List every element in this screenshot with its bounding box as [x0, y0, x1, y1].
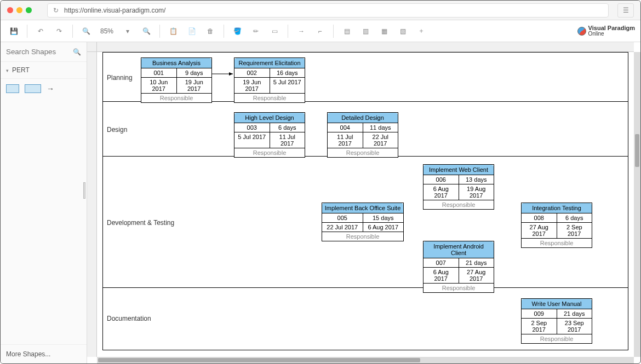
- category-pert[interactable]: PERT: [1, 62, 87, 79]
- lane-devtest: Development & Testing: [107, 219, 174, 227]
- task-detailed-design[interactable]: Detailed Design 00411 days 11 Jul 201722…: [327, 112, 398, 158]
- search-icon[interactable]: 🔍: [73, 48, 81, 56]
- main-area: 🔍 PERT More Shapes... Plannin: [1, 42, 640, 363]
- window-controls: [7, 7, 32, 13]
- align-button[interactable]: ▦: [376, 24, 392, 39]
- diagram: Planning Design Development & Testing Do…: [97, 52, 634, 357]
- fill-button[interactable]: 🪣: [230, 24, 245, 39]
- vp-logo-icon: [577, 27, 586, 36]
- titlebar: ↻ https://online.visual-paradigm.com/ ☰: [1, 1, 640, 20]
- undo-button[interactable]: ↶: [33, 24, 48, 39]
- delete-button[interactable]: 🗑: [203, 24, 218, 39]
- search-shapes: 🔍: [1, 42, 87, 62]
- save-button[interactable]: 💾: [6, 24, 21, 39]
- ruler-corner: [87, 42, 97, 52]
- zoom-in-button[interactable]: 🔍: [139, 24, 154, 39]
- connector-elbow-button[interactable]: ⌐: [312, 24, 328, 39]
- task-high-level-design[interactable]: High Level Design 0036 days 5 Jul 201711…: [234, 112, 305, 158]
- paste-button[interactable]: 📄: [184, 24, 199, 39]
- ruler-vertical: [87, 52, 97, 357]
- task-requirement-elicitation[interactable]: Requirement Elicitation 00216 days 19 Ju…: [234, 57, 305, 103]
- scrollbar-thumb[interactable]: [635, 134, 639, 167]
- toolbar: 💾 ↶ ↷ 🔍 85% ▾ 🔍 📋 📄 🗑 🪣 ✏ ▭ → ⌐ ▤ ▥ ▦ ▧ …: [1, 20, 640, 42]
- scrollbar-thumb[interactable]: [98, 358, 420, 362]
- distribute-button[interactable]: ▧: [395, 24, 410, 39]
- task-implement-back-office[interactable]: Implement Back Office Suite 00515 days 2…: [322, 203, 404, 241]
- shape-palette: [1, 79, 87, 99]
- scrollbar-horizontal[interactable]: [97, 357, 634, 363]
- lane-doc: Documentation: [107, 315, 151, 322]
- address-bar[interactable]: ↻ https://online.visual-paradigm.com/: [47, 3, 609, 18]
- maximize-icon[interactable]: [26, 7, 32, 13]
- to-front-button[interactable]: ▤: [339, 24, 354, 39]
- task-business-analysis[interactable]: Business Analysis 0019 days 10 Jun 20171…: [141, 57, 212, 103]
- search-input[interactable]: [6, 48, 68, 56]
- task-implement-android-client[interactable]: Implement Android Client 00721 days 6 Au…: [423, 241, 494, 293]
- shape-arrow[interactable]: [47, 84, 60, 93]
- reload-icon[interactable]: ↻: [53, 7, 59, 14]
- task-implement-web-client[interactable]: Implement Web Client 00613 days 6 Aug 20…: [423, 164, 494, 210]
- shadow-button[interactable]: ▭: [267, 24, 282, 39]
- more-shapes-button[interactable]: More Shapes...: [1, 344, 87, 363]
- lane-design: Design: [107, 126, 127, 134]
- zoom-out-button[interactable]: 🔍: [78, 24, 94, 39]
- zoom-dropdown[interactable]: ▾: [120, 24, 135, 39]
- connector-straight-button[interactable]: →: [294, 24, 309, 39]
- canvas-wrap: Planning Design Development & Testing Do…: [87, 42, 640, 363]
- menu-icon[interactable]: ☰: [617, 3, 634, 18]
- canvas[interactable]: Planning Design Development & Testing Do…: [97, 52, 634, 357]
- zoom-level[interactable]: 85%: [97, 27, 117, 35]
- url-text: https://online.visual-paradigm.com/: [64, 7, 165, 14]
- copy-button[interactable]: 📋: [165, 24, 181, 39]
- shape-task-wide[interactable]: [25, 84, 41, 93]
- lane-planning: Planning: [107, 74, 133, 82]
- ruler-horizontal: [97, 42, 634, 52]
- brand-logo: Visual ParadigmOnline: [577, 25, 635, 37]
- scrollbar-vertical[interactable]: [634, 52, 640, 357]
- task-write-user-manual[interactable]: Write User Manual 00921 days 2 Sep 20172…: [521, 298, 592, 344]
- shape-task[interactable]: [6, 84, 19, 93]
- minimize-icon[interactable]: [16, 7, 22, 13]
- line-color-button[interactable]: ✏: [248, 24, 264, 39]
- sidebar: 🔍 PERT More Shapes...: [1, 42, 87, 363]
- sidebar-collapse-handle[interactable]: [83, 182, 85, 199]
- close-icon[interactable]: [7, 7, 13, 13]
- to-back-button[interactable]: ▥: [358, 24, 373, 39]
- task-integration-testing[interactable]: Integration Testing 0086 days 27 Aug 201…: [521, 203, 592, 248]
- app-window: ↻ https://online.visual-paradigm.com/ ☰ …: [0, 0, 641, 364]
- add-button[interactable]: ＋: [414, 24, 429, 39]
- redo-button[interactable]: ↷: [51, 24, 67, 39]
